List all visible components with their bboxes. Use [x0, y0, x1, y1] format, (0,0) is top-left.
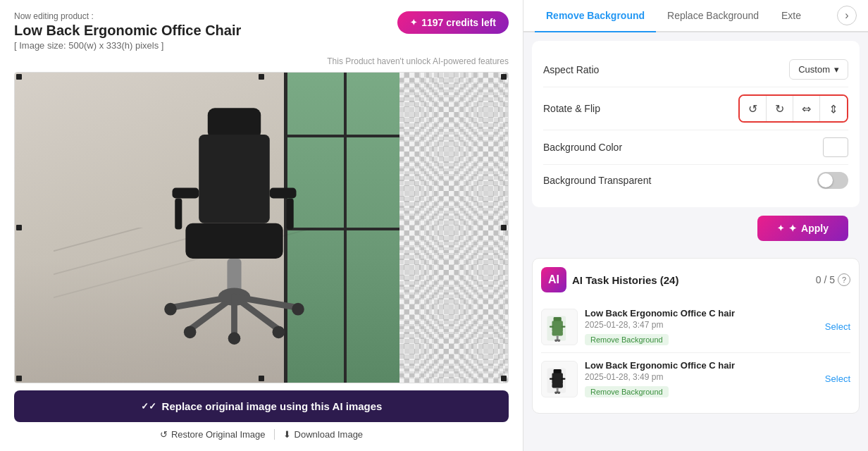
tab-scroll-arrow[interactable]: ›	[837, 6, 857, 25]
histories-title: AI Task Histories (24)	[572, 274, 678, 286]
product-info: Now editing product : Low Back Ergonomic…	[14, 11, 241, 51]
svg-rect-33	[562, 378, 566, 379]
flip-horizontal-button[interactable]: ⇔	[793, 96, 820, 121]
bottom-bar: Replace original image using this AI ima…	[14, 390, 509, 440]
history-item-1: Low Back Ergonomic Office C hair 2025-01…	[541, 301, 850, 353]
image-container	[14, 72, 509, 383]
handle-mid-left[interactable]	[16, 225, 22, 230]
svg-rect-5	[287, 199, 294, 230]
product-name: Low Back Ergonomic Office Chair	[14, 23, 241, 39]
history-info-2: Low Back Ergonomic Office C hair 2025-01…	[585, 360, 818, 397]
bg-transparent-label: Background Transparent	[543, 175, 651, 186]
ai-logo-icon: AI	[541, 267, 566, 292]
history-date-2: 2025-01-28, 3:49 pm	[585, 372, 818, 382]
svg-rect-4	[175, 199, 182, 230]
bg-transparent-row: Background Transparent	[543, 165, 848, 196]
svg-point-14	[184, 326, 197, 339]
history-tag-2: Remove Background	[585, 386, 669, 397]
svg-rect-24	[552, 330, 563, 335]
aspect-ratio-value: Custom	[798, 64, 830, 75]
history-thumb-2	[541, 361, 578, 397]
product-header: Now editing product : Low Back Ergonomic…	[14, 11, 509, 51]
tab-remove-background[interactable]: Remove Background	[535, 0, 656, 31]
history-date-1: 2025-01-28, 3:47 pm	[585, 320, 818, 330]
ai-notice: This Product haven't unlock AI-powered f…	[14, 56, 509, 66]
svg-rect-31	[552, 373, 563, 383]
chevron-down-icon: ▾	[834, 64, 839, 75]
aspect-ratio-select[interactable]: Custom ▾	[789, 59, 848, 80]
svg-point-17	[292, 303, 304, 316]
history-tag-1: Remove Background	[585, 334, 669, 345]
bg-color-row: Background Color	[543, 130, 848, 165]
download-icon: ⬇	[283, 429, 291, 440]
svg-point-18	[228, 332, 241, 345]
help-icon[interactable]: ?	[838, 273, 850, 286]
bg-transparent-toggle[interactable]	[817, 172, 848, 189]
svg-rect-25	[557, 335, 559, 340]
tab-extend[interactable]: Exte	[770, 0, 812, 31]
credits-badge: 1197 credits left	[397, 11, 509, 34]
aspect-ratio-label: Aspect Ratio	[543, 64, 599, 75]
handle-bottom-right[interactable]	[501, 376, 507, 381]
chair-silhouette	[99, 104, 370, 352]
apply-button[interactable]: ✦ Apply	[757, 216, 848, 241]
bg-color-swatch[interactable]	[823, 137, 848, 157]
svg-rect-3	[270, 187, 297, 198]
tab-replace-background[interactable]: Replace Background	[656, 0, 770, 31]
history-name-1: Low Back Ergonomic Office C hair	[585, 308, 818, 319]
handle-bottom-left[interactable]	[16, 376, 22, 381]
svg-rect-32	[550, 378, 554, 379]
rotate-cw-icon: ↻	[775, 102, 784, 116]
rotate-ccw-button[interactable]: ↺	[740, 96, 767, 121]
restore-original-button[interactable]: ↺ Restore Original Image	[151, 429, 275, 440]
handle-top-left[interactable]	[16, 74, 22, 80]
apply-star-icon: ✦	[788, 223, 797, 234]
image-actions: ↺ Restore Original Image ⬇ Download Imag…	[14, 429, 509, 440]
histories-count-group: 0 / 5 ?	[816, 273, 850, 286]
rotate-flip-label: Rotate & Flip	[543, 103, 600, 114]
rotate-flip-row: Rotate & Flip ↺ ↻ ⇔ ⇔	[543, 87, 848, 130]
apply-label: Apply	[801, 223, 829, 234]
histories-header: AI AI Task Histories (24) 0 / 5 ?	[541, 267, 850, 292]
transparent-area	[399, 73, 508, 383]
image-size: [ Image size: 500(w) x 333(h) pixels ]	[14, 40, 241, 51]
histories-card: AI AI Task Histories (24) 0 / 5 ?	[532, 258, 860, 414]
handle-bottom-mid[interactable]	[259, 376, 264, 381]
bg-color-label: Background Color	[543, 142, 622, 153]
svg-point-15	[273, 326, 285, 339]
handle-mid-right[interactable]	[501, 225, 507, 230]
svg-rect-35	[557, 388, 559, 392]
svg-rect-6	[185, 223, 283, 259]
histories-section: AI AI Task Histories (24) 0 / 5 ?	[523, 249, 868, 451]
rotate-cw-button[interactable]: ↻	[767, 96, 793, 121]
history-select-2[interactable]: Select	[825, 373, 850, 384]
restore-icon: ↺	[160, 429, 168, 440]
svg-rect-23	[562, 326, 566, 327]
now-editing-label: Now editing product :	[14, 11, 241, 21]
svg-rect-2	[173, 187, 199, 198]
history-info-1: Low Back Ergonomic Office C hair 2025-01…	[585, 308, 818, 345]
replace-image-button[interactable]: Replace original image using this AI ima…	[14, 390, 509, 422]
download-label: Download Image	[294, 429, 364, 440]
history-thumb-1	[541, 309, 578, 345]
histories-title-group: AI AI Task Histories (24)	[541, 267, 678, 292]
svg-rect-34	[552, 383, 563, 388]
flip-h-icon: ⇔	[802, 102, 811, 116]
svg-point-16	[164, 303, 177, 316]
chair-image-area	[15, 73, 508, 383]
flip-vertical-button[interactable]: ⇔	[820, 96, 847, 121]
restore-label: Restore Original Image	[171, 429, 266, 440]
aspect-ratio-row: Aspect Ratio Custom ▾	[543, 52, 848, 87]
handle-top-right[interactable]	[501, 74, 507, 80]
left-panel: Now editing product : Low Back Ergonomic…	[0, 0, 523, 451]
history-select-1[interactable]: Select	[825, 321, 850, 332]
handle-top-mid[interactable]	[259, 74, 264, 80]
flip-v-icon: ⇔	[827, 104, 841, 113]
svg-rect-0	[208, 108, 261, 139]
download-image-button[interactable]: ⬇ Download Image	[275, 429, 372, 440]
histories-count-value: 0 / 5	[816, 274, 835, 285]
history-name-2: Low Back Ergonomic Office C hair	[585, 360, 818, 371]
tabs-bar: Remove Background Replace Background Ext…	[523, 0, 868, 32]
apply-row: ✦ Apply	[523, 207, 868, 249]
svg-rect-22	[550, 326, 554, 327]
